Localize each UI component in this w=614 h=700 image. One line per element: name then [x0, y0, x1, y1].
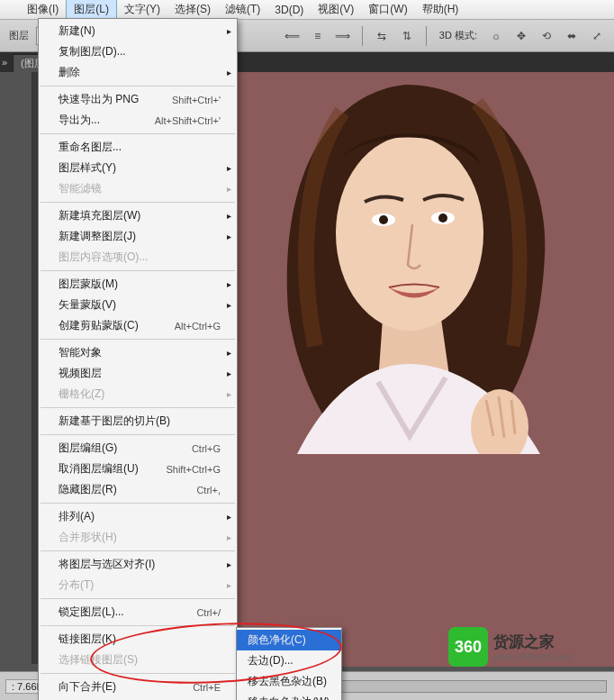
- svg-point-2: [379, 215, 388, 224]
- menu-arrange[interactable]: 排列(A): [39, 506, 237, 527]
- menu-video-layers[interactable]: 视频图层: [39, 363, 237, 384]
- menu-window[interactable]: 窗口(W): [361, 0, 414, 20]
- 3d-pan-icon[interactable]: ✥: [511, 26, 531, 46]
- distribute-v-icon[interactable]: ⇅: [397, 26, 417, 46]
- menu-hide-layers[interactable]: 隐藏图层(R)Ctrl+,: [39, 479, 237, 500]
- menubar: 图像(I) 图层(L) 文字(Y) 选择(S) 滤镜(T) 3D(D) 视图(V…: [0, 0, 614, 20]
- menu-distribute: 分布(T): [39, 575, 237, 595]
- menu-select[interactable]: 选择(S): [167, 0, 218, 20]
- tool-dock: [0, 72, 32, 664]
- toolbar-label-layer: 图层: [5, 29, 32, 42]
- menu-3d[interactable]: 3D(D): [267, 1, 311, 19]
- menu-duplicate-layer[interactable]: 复制图层(D)...: [39, 41, 237, 62]
- 3d-roll-icon[interactable]: ⟲: [537, 26, 556, 46]
- menu-rasterize: 栅格化(Z): [39, 384, 237, 405]
- toolbar-3dmode-label: 3D 模式:: [436, 29, 481, 42]
- menu-smart-objects[interactable]: 智能对象: [39, 342, 237, 363]
- submenu-defringe[interactable]: 去边(D)...: [237, 650, 341, 671]
- portrait-image: [243, 76, 567, 454]
- submenu-remove-white-matte[interactable]: 移去白色杂边(W): [237, 692, 341, 700]
- align-hcenter-icon[interactable]: ≡: [308, 26, 328, 46]
- 3d-orbit-icon[interactable]: ☼: [486, 26, 506, 46]
- watermark-url: www.360hyzj.com: [493, 652, 573, 662]
- menu-layer-style[interactable]: 图层样式(Y): [39, 158, 237, 178]
- align-right-icon[interactable]: ⟹: [333, 26, 353, 46]
- menu-new-fill-layer[interactable]: 新建填充图层(W): [39, 205, 237, 226]
- svg-point-0: [336, 136, 483, 331]
- menu-layer-content-options: 图层内容选项(O)...: [39, 247, 237, 268]
- 3d-slide-icon[interactable]: ⬌: [562, 26, 582, 46]
- menu-type[interactable]: 文字(Y): [117, 0, 167, 20]
- menu-create-clipping-mask[interactable]: 创建剪贴蒙版(C)Alt+Ctrl+G: [39, 315, 237, 336]
- menu-new-layer-based-slice[interactable]: 新建基于图层的切片(B): [39, 411, 237, 432]
- menu-combine-shapes: 合并形状(H): [39, 527, 237, 548]
- menu-smart-filter: 智能滤镜: [39, 178, 237, 199]
- submenu-color-decontaminate: 颜色净化(C): [237, 630, 341, 650]
- menu-new[interactable]: 新建(N): [39, 21, 237, 41]
- menu-align-to-selection[interactable]: 将图层与选区对齐(I): [39, 554, 237, 575]
- menu-new-adjustment-layer[interactable]: 新建调整图层(J): [39, 226, 237, 247]
- watermark-badge: 360: [448, 627, 488, 667]
- menu-merge-down[interactable]: 向下合并(E)Ctrl+E: [39, 677, 237, 697]
- watermark-logo: 360 货源之家 www.360hyzj.com: [448, 626, 610, 668]
- menu-vector-mask[interactable]: 矢量蒙版(V): [39, 295, 237, 315]
- distribute-h-icon[interactable]: ⇆: [372, 26, 392, 46]
- tab-scroll-icon[interactable]: »: [0, 57, 13, 68]
- menu-quick-export-png[interactable]: 快速导出为 PNGShift+Ctrl+': [39, 89, 237, 110]
- menu-group-layers[interactable]: 图层编组(G)Ctrl+G: [39, 438, 237, 459]
- menu-filter[interactable]: 滤镜(T): [218, 0, 267, 20]
- watermark-title: 货源之家: [493, 632, 573, 652]
- menu-delete[interactable]: 删除: [39, 62, 237, 83]
- menu-select-linked-layers: 选择链接图层(S): [39, 650, 237, 670]
- matting-submenu: 颜色净化(C) 去边(D)... 移去黑色杂边(B) 移去白色杂边(W): [236, 627, 342, 700]
- menu-lock-layers[interactable]: 锁定图层(L)...Ctrl+/: [39, 602, 237, 623]
- align-left-icon[interactable]: ⟸: [283, 26, 302, 46]
- menu-image[interactable]: 图像(I): [20, 0, 66, 20]
- menu-ungroup-layers[interactable]: 取消图层编组(U)Shift+Ctrl+G: [39, 459, 237, 479]
- menu-view[interactable]: 视图(V): [311, 0, 361, 20]
- menu-layer-mask[interactable]: 图层蒙版(M): [39, 274, 237, 295]
- submenu-remove-black-matte[interactable]: 移去黑色杂边(B): [237, 671, 341, 692]
- menu-export-as[interactable]: 导出为...Alt+Shift+Ctrl+': [39, 110, 237, 131]
- svg-point-4: [438, 214, 447, 223]
- menu-link-layers[interactable]: 链接图层(K): [39, 629, 237, 650]
- menu-rename-layer[interactable]: 重命名图层...: [39, 137, 237, 158]
- menu-help[interactable]: 帮助(H): [415, 0, 466, 20]
- 3d-scale-icon[interactable]: ⤢: [587, 26, 607, 46]
- layer-menu: 新建(N) 复制图层(D)... 删除 快速导出为 PNGShift+Ctrl+…: [38, 18, 238, 700]
